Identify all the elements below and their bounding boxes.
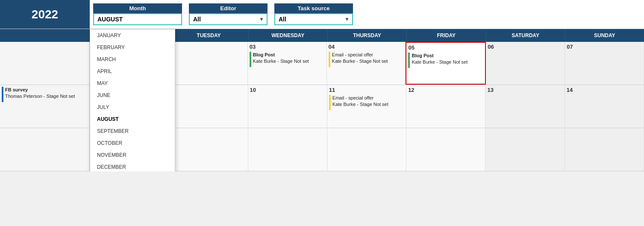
event-bar-yellow-1: [329, 52, 330, 67]
event-bar-blue-1: [2, 87, 3, 102]
col-header-thursday: THURSDAY: [327, 29, 406, 42]
day-cell-aug05: 05 Blog PostKate Burke - Stage Not set: [406, 42, 486, 85]
editor-select[interactable]: All: [190, 14, 259, 24]
event-bar-yellow-2: [329, 95, 331, 110]
month-option-april[interactable]: APRIL: [90, 65, 175, 77]
month-option-september[interactable]: SEPTEMBER: [90, 125, 175, 137]
day-num-03: 03: [250, 44, 325, 50]
event-blogpost-aug05[interactable]: Blog PostKate Burke - Stage Not set: [408, 53, 483, 68]
day-cell-aug11: 11 Email - special offerKate Burke - Sta…: [327, 85, 406, 128]
day-cell-aug12: 12: [406, 85, 485, 128]
month-label: Month: [93, 3, 182, 13]
event-email-aug04[interactable]: Email - special offerKate Burke - Stage …: [329, 52, 404, 67]
day-cell-empty-3: [248, 128, 327, 171]
day-num-07: 07: [567, 44, 642, 50]
year-text: 2022: [32, 8, 58, 21]
event-text-blogpost-05: Blog PostKate Burke - Stage Not set: [412, 53, 468, 66]
col-header-friday: FRIDAY: [406, 29, 485, 42]
editor-input-wrap: All ▼: [189, 13, 268, 25]
event-text-blogpost-03: Blog PostKate Burke - Stage Not set: [253, 52, 309, 65]
editor-label: Editor: [189, 3, 268, 13]
event-bar-green-2: [408, 53, 410, 68]
month-input[interactable]: [94, 14, 181, 24]
month-input-wrap: [93, 13, 182, 25]
year-display: 2022: [0, 0, 90, 29]
month-option-november[interactable]: NOVEMBER: [90, 149, 175, 161]
day-cell-aug14: 14: [565, 85, 644, 128]
month-option-december[interactable]: DECEMBER: [90, 161, 175, 171]
day-num-13: 13: [487, 87, 562, 93]
event-blogpost-aug03[interactable]: Blog PostKate Burke - Stage Not set: [250, 52, 325, 67]
day-num-06: 06: [488, 44, 563, 50]
day-cell-empty-6: [485, 128, 565, 171]
day-num-11: 11: [329, 87, 404, 93]
day-num-14: 14: [567, 87, 642, 93]
month-option-june[interactable]: JUNE: [90, 89, 175, 101]
day-cell-aug07: 07: [565, 42, 644, 85]
header-bar: 2022 Month Editor All ▼ Task source All: [0, 0, 644, 29]
month-option-october[interactable]: OCTOBER: [90, 137, 175, 149]
col-header-saturday: SATURDAY: [485, 29, 565, 42]
month-option-february[interactable]: FEBRUARY: [90, 41, 175, 53]
col-header-tuesday: TUESDAY: [169, 29, 248, 42]
day-num-04: 04: [329, 44, 404, 50]
month-option-january[interactable]: JANUARY: [90, 29, 175, 41]
task-source-label: Task source: [274, 3, 353, 13]
month-dropdown: JANUARY FEBRUARY MARCH APRIL MAY JUNE JU…: [90, 29, 175, 171]
day-cell-aug02: [169, 42, 248, 85]
day-cell-aug06: 06: [486, 42, 565, 85]
day-num-05: 05: [408, 44, 483, 51]
col-header-wednesday: WEDNESDAY: [248, 29, 327, 42]
month-option-july[interactable]: JULY: [90, 101, 175, 113]
day-cell-empty-5: [406, 128, 485, 171]
event-email-aug11[interactable]: Email - special offerKate Burke - Stage …: [329, 95, 404, 110]
day-cell-empty-2: [169, 128, 248, 171]
editor-filter: Editor All ▼: [185, 0, 271, 29]
day-cell-aug10: 10: [248, 85, 327, 128]
event-fbsurvey-aug08[interactable]: FB surveyThomas Peterson - Stage Not set: [2, 87, 88, 102]
day-cell-empty-7: [565, 128, 644, 171]
event-bar-green-1: [250, 52, 251, 67]
event-text-fbsurvey-08: FB surveyThomas Peterson - Stage Not set: [5, 87, 75, 100]
day-cell-aug13: 13: [485, 85, 565, 128]
task-source-select[interactable]: All: [275, 14, 344, 24]
month-option-august[interactable]: AUGUST: [90, 113, 175, 125]
editor-dropdown-arrow: ▼: [259, 16, 267, 22]
day-cell-aug04: 04 Email - special offerKate Burke - Sta…: [327, 42, 406, 85]
event-text-email-11: Email - special offerKate Burke - Stage …: [332, 95, 388, 108]
day-cell-empty-4: [327, 128, 406, 171]
day-num-12: 12: [408, 87, 483, 93]
event-text-email-04: Email - special offerKate Burke - Stage …: [332, 52, 388, 65]
month-option-may[interactable]: MAY: [90, 77, 175, 89]
day-cell-aug03: 03 Blog PostKate Burke - Stage Not set: [248, 42, 327, 85]
day-num-10: 10: [250, 87, 325, 93]
task-source-dropdown-arrow: ▼: [344, 16, 352, 22]
task-source-input-wrap: All ▼: [274, 13, 353, 25]
month-option-march[interactable]: MARCH: [90, 53, 175, 65]
task-source-filter: Task source All ▼: [271, 0, 356, 29]
week-num-1: [0, 42, 90, 85]
col-header-sunday: SUNDAY: [565, 29, 644, 42]
day-cell-aug09: [169, 85, 248, 128]
week-num-2: FB surveyThomas Peterson - Stage Not set: [0, 85, 90, 128]
col-header-week: [0, 29, 90, 42]
week-num-3: [0, 128, 90, 171]
month-filter: Month: [90, 0, 185, 29]
